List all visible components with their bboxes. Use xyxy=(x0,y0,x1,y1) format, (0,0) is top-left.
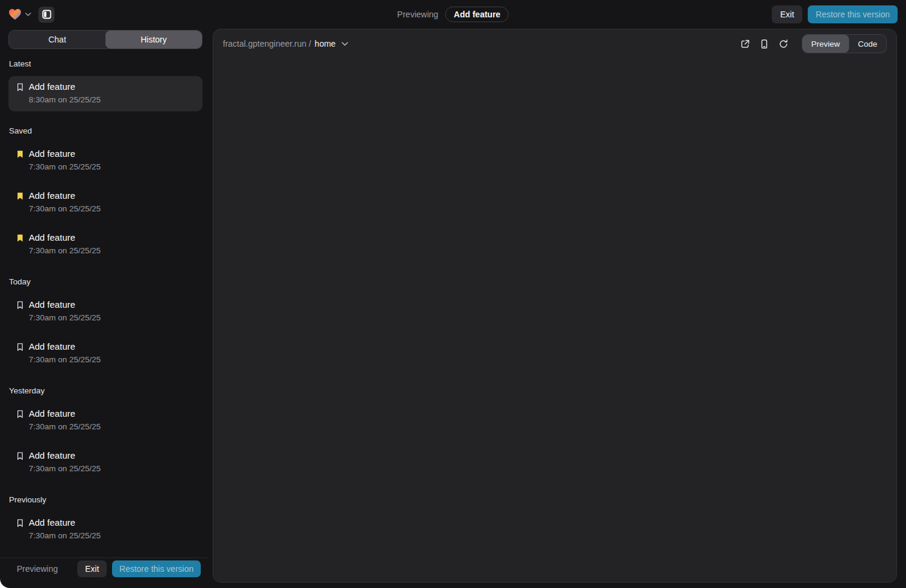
section-title: Saved xyxy=(9,126,203,135)
bookmark-filled-icon xyxy=(16,150,25,159)
previewing-label: Previewing xyxy=(397,10,438,19)
version-badge[interactable]: Add feature xyxy=(445,7,509,22)
chevron-down-icon[interactable] xyxy=(25,13,31,16)
history-item-timestamp: 7:30am on 25/25/25 xyxy=(29,313,195,323)
bookmark-filled-icon xyxy=(16,192,25,201)
restore-version-button[interactable]: Restore this version xyxy=(808,5,898,23)
exit-button[interactable]: Exit xyxy=(772,5,802,23)
history-item-title: Add feature xyxy=(29,81,195,93)
history-section-latest: LatestAdd feature8:30am on 25/25/25 xyxy=(8,59,203,111)
url-current-page: home xyxy=(315,39,336,49)
section-title: Today xyxy=(9,277,203,286)
tab-code[interactable]: Code xyxy=(849,35,886,53)
tab-chat[interactable]: Chat xyxy=(9,31,105,49)
open-in-new-tab-icon xyxy=(740,39,750,49)
top-bar-actions: Exit Restore this version xyxy=(772,5,898,23)
top-bar-status: Previewing Add feature xyxy=(397,0,509,29)
sidebar-footer: Previewing Exit Restore this version xyxy=(0,557,208,580)
history-section-today: TodayAdd feature7:30am on 25/25/25Add fe… xyxy=(8,277,203,371)
sidebar: Chat History LatestAdd feature8:30am on … xyxy=(0,29,208,588)
history-item[interactable]: Add feature7:30am on 25/25/25 xyxy=(8,512,203,547)
history-item-title: Add feature xyxy=(29,517,195,529)
bookmark-outline-icon xyxy=(16,519,25,528)
history-item-timestamp: 7:30am on 25/25/25 xyxy=(29,354,195,365)
url-breadcrumb[interactable]: fractal.gptengineer.run / home xyxy=(223,39,348,49)
preview-panel: fractal.gptengineer.run / home xyxy=(213,29,897,583)
top-bar: Previewing Add feature Exit Restore this… xyxy=(0,0,906,29)
preview-viewport[interactable] xyxy=(213,58,896,582)
mobile-view-icon xyxy=(759,39,769,49)
history-item-timestamp: 7:30am on 25/25/25 xyxy=(29,463,195,474)
bookmark-outline-icon xyxy=(16,451,25,461)
history-item-title: Add feature xyxy=(29,232,195,244)
history-item[interactable]: Add feature7:30am on 25/25/25 xyxy=(8,185,203,220)
history-item-title: Add feature xyxy=(29,299,195,311)
refresh-button[interactable] xyxy=(775,35,792,52)
lovable-logo-icon[interactable] xyxy=(8,8,22,20)
history-item[interactable]: Add feature7:30am on 25/25/25 xyxy=(8,294,203,329)
mobile-view-button[interactable] xyxy=(756,35,773,52)
preview-header: fractal.gptengineer.run / home xyxy=(213,29,896,58)
section-title: Yesterday xyxy=(9,386,203,395)
history-item-timestamp: 7:30am on 25/25/25 xyxy=(29,204,195,214)
history-item-timestamp: 7:30am on 25/25/25 xyxy=(29,245,195,256)
tab-preview[interactable]: Preview xyxy=(802,35,849,53)
tab-history[interactable]: History xyxy=(105,31,202,49)
section-title: Previously xyxy=(9,495,203,504)
history-item-title: Add feature xyxy=(29,148,195,160)
bookmark-outline-icon xyxy=(16,343,25,352)
url-prefix: fractal.gptengineer.run / xyxy=(223,39,311,49)
history-item-timestamp: 7:30am on 25/25/25 xyxy=(29,162,195,172)
history-item-title: Add feature xyxy=(29,341,195,353)
top-bar-left xyxy=(8,7,55,23)
open-in-new-tab-button[interactable] xyxy=(737,35,754,52)
bookmark-outline-icon xyxy=(16,410,25,419)
history-item-title: Add feature xyxy=(29,408,195,420)
restore-version-button[interactable]: Restore this version xyxy=(112,560,201,577)
history-item[interactable]: Add feature7:30am on 25/25/25 xyxy=(8,143,203,178)
history-item[interactable]: Add feature7:30am on 25/25/25 xyxy=(8,445,203,480)
history-item-title: Add feature xyxy=(29,450,195,462)
history-item[interactable]: Add feature7:30am on 25/25/25 xyxy=(8,403,203,438)
bookmark-outline-icon xyxy=(16,83,25,92)
sidebar-toggle-button[interactable] xyxy=(38,7,55,23)
sidebar-tabs: Chat History xyxy=(8,30,203,49)
history-item-timestamp: 7:30am on 25/25/25 xyxy=(29,422,195,432)
history-item[interactable]: Add feature8:30am on 25/25/25 xyxy=(8,76,203,111)
panel-left-icon xyxy=(42,10,52,19)
previewing-label: Previewing xyxy=(17,564,58,574)
history-section-saved: SavedAdd feature7:30am on 25/25/25Add fe… xyxy=(8,126,203,262)
history-item-title: Add feature xyxy=(29,190,195,202)
exit-button[interactable]: Exit xyxy=(77,560,107,577)
history-list[interactable]: LatestAdd feature8:30am on 25/25/25Saved… xyxy=(8,49,208,557)
history-section-yesterday: YesterdayAdd feature7:30am on 25/25/25Ad… xyxy=(8,386,203,480)
section-title: Latest xyxy=(9,59,203,68)
history-item[interactable]: Add feature7:30am on 25/25/25 xyxy=(8,227,203,262)
refresh-icon xyxy=(778,39,789,49)
bookmark-filled-icon xyxy=(16,234,25,243)
app-window: Previewing Add feature Exit Restore this… xyxy=(0,0,906,588)
history-item[interactable]: Add feature7:30am on 25/25/25 xyxy=(8,336,203,371)
content-row: Chat History LatestAdd feature8:30am on … xyxy=(0,29,906,588)
history-item-timestamp: 8:30am on 25/25/25 xyxy=(29,95,195,105)
preview-actions: Preview Code xyxy=(737,34,887,53)
chevron-down-icon xyxy=(342,42,348,46)
bookmark-outline-icon xyxy=(16,301,25,310)
view-toggle: Preview Code xyxy=(802,34,887,53)
history-item-timestamp: 7:30am on 25/25/25 xyxy=(29,531,195,541)
history-section-previously: PreviouslyAdd feature7:30am on 25/25/25A… xyxy=(8,495,203,557)
